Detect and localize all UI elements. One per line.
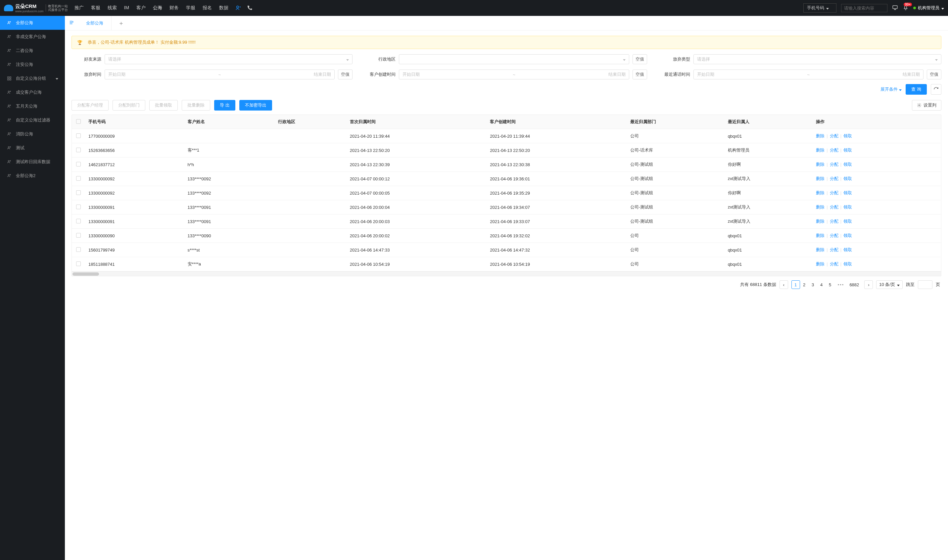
sidebar-item[interactable]: 全部公海 [0,16,65,30]
column-header[interactable]: 最近归属部门 [627,115,725,129]
last-call-range[interactable]: 开始日期~结束日期 [694,69,923,79]
query-button[interactable]: 查 询 [906,84,927,95]
assign-dept-button[interactable]: 分配到部门 [112,100,145,111]
claim-link[interactable]: 领取 [843,176,852,181]
row-checkbox[interactable] [76,205,81,209]
assign-link[interactable]: 分配 [830,262,839,266]
delete-link[interactable]: 删除 [816,233,825,238]
sidebar-item[interactable]: 二咨公海 [0,44,65,58]
page-number-button[interactable]: 4 [817,280,826,289]
batch-claim-button[interactable]: 批量领取 [149,100,178,111]
batch-delete-button[interactable]: 批量删除 [182,100,210,111]
scrollbar-thumb[interactable] [72,272,99,276]
last-page-button[interactable]: 6882 [847,280,861,289]
notification-icon[interactable]: 99+ [903,5,909,12]
phone-icon[interactable] [246,5,253,11]
row-checkbox[interactable] [76,176,81,181]
expand-filters-link[interactable]: 展开条件 [880,86,902,92]
add-user-icon[interactable] [235,5,242,11]
export-button[interactable]: 导 出 [214,100,235,111]
top-nav-item[interactable]: 线索 [108,5,117,11]
row-checkbox[interactable] [76,190,81,195]
page-number-button[interactable]: 5 [826,280,834,289]
assign-link[interactable]: 分配 [830,205,839,209]
abandon-type-select[interactable]: 请选择 [694,54,941,64]
assign-link[interactable]: 分配 [830,233,839,238]
page-size-select[interactable]: 10 条/页 [876,280,903,289]
assign-link[interactable]: 分配 [830,219,839,224]
prev-page-button[interactable]: ‹ [780,280,788,289]
row-checkbox[interactable] [76,148,81,152]
top-nav-item[interactable]: IM [124,5,129,11]
top-nav-item[interactable]: 推广 [74,5,84,11]
monitor-icon[interactable] [892,5,898,12]
tab-add-button[interactable]: ＋ [112,19,131,27]
delete-link[interactable]: 删除 [816,205,825,209]
delete-link[interactable]: 删除 [816,262,825,266]
sidebar-item[interactable]: 测试 [0,141,65,155]
sidebar-item[interactable]: 非成交客户公海 [0,30,65,44]
claim-link[interactable]: 领取 [843,190,852,195]
claim-link[interactable]: 领取 [843,148,852,152]
search-input[interactable] [844,6,900,11]
claim-link[interactable]: 领取 [843,205,852,209]
row-checkbox[interactable] [76,219,81,223]
top-nav-item[interactable]: 客服 [91,5,100,11]
sidebar-item[interactable]: 测试昨日回库数据 [0,155,65,169]
set-columns-button[interactable]: 设置列 [912,100,941,111]
top-nav-item[interactable]: 报名 [203,5,212,11]
horizontal-scrollbar[interactable] [72,271,941,276]
sidebar-item[interactable]: 注安公海 [0,58,65,71]
delete-link[interactable]: 删除 [816,247,825,252]
sidebar-item[interactable]: 成交客户公海 [0,85,65,99]
claim-link[interactable]: 领取 [843,233,852,238]
assign-link[interactable]: 分配 [830,176,839,181]
claim-link[interactable]: 领取 [843,247,852,252]
sidebar-item[interactable]: 自定义公海分组 [0,71,65,85]
column-header[interactable]: 首次归属时间 [346,115,487,129]
row-checkbox[interactable] [76,247,81,252]
delete-link[interactable]: 删除 [816,148,825,152]
page-number-button[interactable]: 3 [809,280,817,289]
assign-link[interactable]: 分配 [830,190,839,195]
column-header[interactable]: 最近归属人 [725,115,813,129]
assign-link[interactable]: 分配 [830,247,839,252]
jump-page-input[interactable] [918,280,933,289]
delete-link[interactable]: 删除 [816,162,825,167]
assign-link[interactable]: 分配 [830,133,839,138]
sidebar-item[interactable]: 五月天公海 [0,99,65,113]
column-header[interactable]: 操作 [813,115,941,129]
sidebar-item[interactable]: 消防公海 [0,127,65,141]
assign-link[interactable]: 分配 [830,162,839,167]
sidebar-item[interactable]: 自定义公海过滤器 [0,113,65,127]
tab-list-toggle[interactable] [65,20,78,26]
friend-source-select[interactable]: 请选择 [105,54,352,64]
select-all-checkbox[interactable] [76,119,81,124]
delete-link[interactable]: 删除 [816,219,825,224]
empty-value-button[interactable]: 空值 [338,69,352,79]
refresh-button[interactable] [931,84,941,95]
row-checkbox[interactable] [76,233,81,238]
page-number-button[interactable]: 2 [800,280,809,289]
empty-value-button[interactable]: 空值 [633,69,647,79]
claim-link[interactable]: 领取 [843,162,852,167]
page-number-button[interactable]: 1 [791,280,800,289]
top-nav-item[interactable]: 客户 [136,5,146,11]
delete-link[interactable]: 删除 [816,176,825,181]
empty-value-button[interactable]: 空值 [927,69,941,79]
claim-link[interactable]: 领取 [843,262,852,266]
search-type-select[interactable]: 手机号码 [803,3,836,12]
delete-link[interactable]: 删除 [816,190,825,195]
assign-manager-button[interactable]: 分配客户经理 [71,100,109,111]
top-nav-item[interactable]: 财务 [169,5,179,11]
next-page-button[interactable]: › [864,280,873,289]
assign-link[interactable]: 分配 [830,148,839,152]
claim-link[interactable]: 领取 [843,219,852,224]
user-menu[interactable]: 机构管理员 [913,5,944,11]
column-header[interactable]: 行政地区 [275,115,346,129]
row-checkbox[interactable] [76,262,81,266]
row-checkbox[interactable] [76,162,81,166]
logo[interactable]: 云朵CRM www.yunduocrm.com 教育机构一站 式服务云平台 [4,3,68,13]
claim-link[interactable]: 领取 [843,133,852,138]
row-checkbox[interactable] [76,133,81,138]
